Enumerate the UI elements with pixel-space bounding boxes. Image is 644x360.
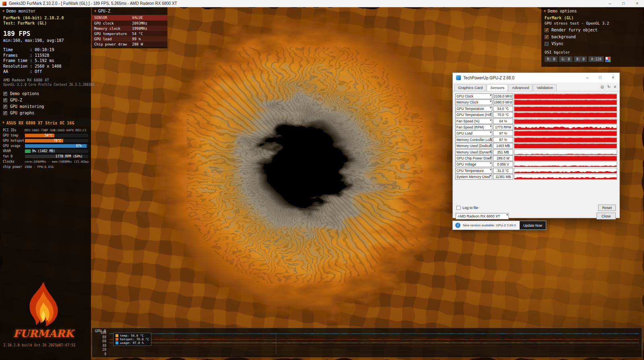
- color-channel-value[interactable]: A:128: [588, 56, 604, 62]
- sensor-history-graph: [514, 174, 617, 180]
- sensor-select[interactable]: GPU Chip Power Draw: [455, 155, 492, 161]
- overlay-checkbox[interactable]: Demo options: [3, 91, 88, 97]
- sensor-select[interactable]: Memory Used (Dynamic): [455, 149, 492, 155]
- fps-minmax: min:160, max:198, avg:187: [3, 38, 88, 43]
- gpu-section-header[interactable]: ▼ ASUS RX 6800 XT Strix OC 16G: [0, 120, 91, 126]
- color-swatch[interactable]: [605, 57, 611, 62]
- overlay-checkbox[interactable]: GPU graphs: [3, 110, 88, 116]
- tab[interactable]: Advanced: [508, 84, 533, 91]
- collapse-arrow-icon: ▼: [544, 9, 546, 13]
- option-checkbox[interactable]: background: [545, 35, 641, 39]
- sensor-name: Memory Used (Dynamic): [456, 150, 492, 154]
- overlay-checkbox[interactable]: GPU monitoring: [3, 103, 88, 110]
- sensor-select[interactable]: Memory Controller Load: [455, 137, 492, 143]
- color-channel-value[interactable]: R: 0: [545, 56, 557, 62]
- y-axis-label: 60: [92, 340, 108, 343]
- fps-readout: 189 FPS: [3, 30, 88, 37]
- checkbox-label: GPU graphs: [10, 111, 34, 115]
- option-checkbox[interactable]: VSync: [545, 41, 641, 46]
- sensor-row: Memory Clock 1990.0 MHz: [455, 99, 617, 105]
- tab[interactable]: Sensors: [487, 84, 508, 91]
- legend-row: usage: 97.0 %: [116, 341, 149, 345]
- legend-color-chip: [116, 338, 118, 341]
- metric-bar: 9% (1482 MB): [25, 149, 89, 153]
- sensor-select[interactable]: GPU Temperature (Hot Spot): [455, 112, 492, 118]
- column-sensor: SENSOR: [94, 16, 132, 20]
- sensor-row: GPU Temperature (Hot Spot) 70.0 °C: [455, 112, 617, 118]
- reset-button[interactable]: Reset: [598, 205, 616, 211]
- demo-options-panel: ▼ Demo options FurMark (GL) GPU stress t…: [541, 7, 644, 67]
- gpuz-toolbar-icons: ◎ ↻ ≡: [601, 85, 616, 89]
- metric-bar-text: 54°C: [45, 134, 52, 138]
- furmark-app-icon: [2, 2, 6, 6]
- sensor-value: 1483 MB: [493, 143, 513, 149]
- color-channel-value[interactable]: B: 0: [574, 56, 587, 62]
- maximize-button[interactable]: □: [617, 0, 630, 7]
- close-button[interactable]: ×: [607, 73, 619, 83]
- checkbox-icon: [3, 111, 7, 115]
- pci-ids-row: PCI IDs DEV:1002-73BF SUB:1043-04F0 REV:…: [2, 128, 89, 133]
- gpuz-app-icon: [456, 75, 461, 80]
- close-button[interactable]: ×: [630, 0, 644, 7]
- sensor-name: Memory clock: [94, 27, 132, 31]
- gpu-metrics: PCI IDs DEV:1002-73BF SUB:1043-04F0 REV:…: [0, 126, 91, 170]
- sensor-history-graph: [514, 161, 617, 167]
- gpuz-window-title: TechPowerUp GPU-Z 2.68.0: [463, 76, 581, 80]
- furmark-app-window: Geeks3D FurMark 2.10.2.0 - [ FurMark (GL…: [0, 0, 644, 360]
- sensor-name: Memory Controller Load: [456, 138, 492, 142]
- tab[interactable]: Validation: [533, 84, 557, 91]
- color-channel-value[interactable]: G: 0: [559, 56, 572, 62]
- sensor-value: 31.0 °C: [493, 168, 513, 174]
- sensor-row: GPU clock 2093MHz: [92, 21, 167, 26]
- gpu-metric-bar-row: GPU usage 97%: [2, 144, 89, 149]
- sensor-select[interactable]: Fan Speed (RPM): [455, 124, 492, 130]
- gpu-metric-bar-row: GPU temp 54°C: [2, 133, 89, 138]
- option-checkbox[interactable]: Render furry object: [545, 28, 641, 32]
- gpuz-overlay-header[interactable]: ▼ GPU-Z: [92, 7, 167, 15]
- sensor-select[interactable]: Memory Used (Dedicated): [455, 143, 492, 149]
- sensor-select[interactable]: Fan Speed (%): [455, 118, 492, 124]
- sensor-table: GPU clock 2093MHz Memory clock 1990MHz G…: [92, 21, 167, 47]
- sensor-select[interactable]: System Memory Used: [455, 174, 492, 180]
- log-to-file-checkbox[interactable]: Log to file: [456, 206, 478, 210]
- refresh-icon[interactable]: ↻: [607, 85, 611, 89]
- opengl-version: OpenGL 3.2.0 Core Profile Context 26.3.1…: [3, 83, 88, 87]
- legend-label: temp: 54.0 °C: [120, 334, 144, 337]
- maximize-button[interactable]: □: [594, 73, 607, 83]
- checkbox-label: GPU-Z: [10, 98, 22, 102]
- sensor-value: 2093MHz: [132, 21, 147, 25]
- sensor-value: 2106.0 MHz: [493, 93, 513, 99]
- minimize-button[interactable]: –: [581, 73, 594, 83]
- camera-icon[interactable]: ◎: [601, 85, 604, 89]
- dropdown-arrow-icon: [490, 130, 491, 134]
- dropdown-arrow-icon: [490, 118, 491, 122]
- sensor-value: 54.0 °C: [493, 106, 513, 112]
- overlay-toggles: Demo options GPU-Z GPU monitoring GPU gr…: [3, 91, 88, 116]
- sensor-name: GPU load: [94, 37, 132, 41]
- demo-monitor-header[interactable]: ▼ Demo monitor: [0, 7, 91, 15]
- sensor-select[interactable]: Memory Clock: [455, 99, 492, 105]
- minimize-button[interactable]: –: [603, 0, 617, 7]
- window-titlebar[interactable]: Geeks3D FurMark 2.10.2.0 - [ FurMark (GL…: [0, 0, 644, 7]
- menu-icon[interactable]: ≡: [614, 85, 616, 89]
- sensor-select[interactable]: GPU Voltage: [455, 161, 492, 167]
- update-now-button[interactable]: Update Now: [520, 221, 546, 230]
- close-button[interactable]: Close: [597, 213, 616, 219]
- sensor-select[interactable]: GPU Load: [455, 130, 492, 136]
- sensor-row: Memory Used (Dynamic) 251 MB: [455, 149, 617, 155]
- metric-label: GPU temp: [2, 134, 25, 137]
- sensor-history-graph: [514, 143, 617, 149]
- sensor-name: Memory Used (Dedicated): [456, 144, 492, 148]
- metric-bar-text: 97%: [76, 144, 81, 148]
- sensor-select[interactable]: GPU Clock: [455, 93, 492, 99]
- window-controls: – □ ×: [603, 0, 644, 7]
- sensor-select[interactable]: GPU Temperature: [455, 106, 492, 112]
- sensor-select[interactable]: CPU Temperature: [455, 168, 492, 174]
- overlay-checkbox[interactable]: GPU-Z: [3, 97, 88, 103]
- demo-options-header[interactable]: ▼ Demo options: [541, 7, 644, 15]
- bgcolor-values: R: 0G: 0B: 0A:128: [545, 56, 641, 62]
- gpuz-titlebar[interactable]: TechPowerUp GPU-Z 2.68.0 – □ ×: [453, 73, 619, 83]
- gpu-select-dropdown[interactable]: AMD Radeon RX 6800 XT: [456, 213, 509, 219]
- checkbox-icon: [456, 206, 460, 210]
- tab[interactable]: Graphics Card: [454, 84, 486, 91]
